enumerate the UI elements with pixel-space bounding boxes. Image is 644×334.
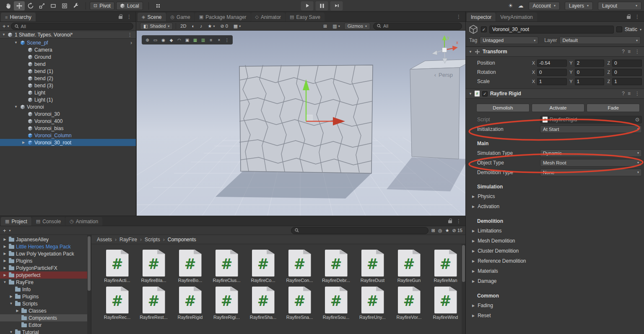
draw-mode-dropdown[interactable]: ◧ Shaded ▾	[140, 23, 173, 30]
breadcrumb-item-components[interactable]: Components	[168, 237, 196, 243]
breadcrumb-item-rayfire[interactable]: RayFire	[119, 237, 137, 243]
asset-script-rayfireman[interactable]: #RayfireMan	[427, 250, 464, 283]
dropdown-demolition-type[interactable]: None▾	[540, 169, 642, 176]
active-checkbox[interactable]: ✓	[481, 26, 487, 32]
rotation-y-field[interactable]: 0	[575, 69, 605, 76]
transform-tool-button[interactable]	[59, 1, 70, 10]
move-tool-button[interactable]	[14, 1, 25, 10]
grid-scrollbar[interactable]	[462, 244, 465, 334]
account-dropdown[interactable]: Account▾	[529, 2, 560, 10]
project-tab-animation[interactable]: ◷Animation	[65, 217, 102, 226]
foldout-open-icon[interactable]: ▼	[2, 33, 5, 37]
overlay-tool-icon[interactable]: ⋮	[223, 36, 231, 44]
project-folder-low-poly-vegetation-pack[interactable]: ▶Low Poly Vegetation Pack	[0, 250, 91, 257]
favorites-icon[interactable]: ★	[445, 228, 449, 233]
asset-script-rayfirewind[interactable]: #RayfireWind	[427, 287, 464, 320]
scale-x-field[interactable]: 1	[537, 78, 567, 85]
overlay-tool-icon[interactable]: ◉	[160, 36, 167, 44]
asset-script-rayfirerec[interactable]: #RayfireRec...	[99, 287, 135, 320]
kebab-icon[interactable]: ⋮	[634, 14, 641, 20]
tag-dropdown[interactable]: Untagged▾	[480, 37, 538, 44]
lock-icon[interactable]	[448, 220, 452, 223]
asset-script-rayfirevor[interactable]: #RayfireVor...	[391, 287, 427, 320]
position-x-field[interactable]: -0.54	[537, 60, 567, 67]
create-menu-button[interactable]: +	[3, 227, 6, 234]
pause-button[interactable]	[316, 1, 328, 10]
position-z-field[interactable]: 0	[612, 60, 642, 67]
foldout-mesh-demolition[interactable]: ▶Mesh Demolition	[466, 236, 644, 246]
asset-script-rayfireco[interactable]: #RayfireCo...	[245, 250, 281, 283]
asset-script-rayfirecon[interactable]: #RayfireCon...	[281, 250, 318, 283]
tree-scrollbar[interactable]	[87, 235, 91, 334]
project-search-input[interactable]	[291, 227, 428, 234]
rect-tool-button[interactable]	[48, 1, 59, 10]
foldout-open-icon[interactable]: ▼	[469, 50, 472, 54]
audio-toggle[interactable]: ♪	[199, 23, 204, 29]
presets-icon[interactable]: ≡	[628, 49, 631, 55]
static-checkbox[interactable]	[616, 26, 622, 32]
project-folder-info[interactable]: Info	[0, 286, 91, 293]
foldout-open-icon[interactable]: ▼	[9, 330, 13, 334]
lock-icon[interactable]	[627, 16, 631, 19]
search-by-label-icon[interactable]: ◎	[438, 228, 442, 233]
breadcrumb-item-scripts[interactable]: Scripts	[145, 237, 160, 243]
cloud-services-icon[interactable]: ☁	[518, 3, 524, 9]
project-folder-little-heroes-mega-pack[interactable]: ▶Little Heroes Mega Pack	[0, 243, 91, 250]
scene-tab-scene[interactable]: ◈Scene	[138, 13, 166, 21]
hierarchy-item-voronoi-bias[interactable]: Voronoi_bias	[0, 125, 136, 132]
project-folder-polygonparticlefx[interactable]: ▶PolygonParticleFX	[0, 264, 91, 271]
asset-script-rayfirebo[interactable]: #RayfireBo...	[172, 250, 208, 283]
scene-tab-easy-save[interactable]: ▤Easy Save	[286, 13, 325, 21]
overlay-tool-icon[interactable]: ▭	[152, 36, 159, 44]
foldout-closed-icon[interactable]: ▶	[3, 237, 7, 241]
project-folder-plugins[interactable]: ▶Plugins	[0, 257, 91, 264]
overlay-tool-icon[interactable]: ▣	[184, 36, 191, 44]
layer-dropdown[interactable]: Default▾	[559, 37, 641, 44]
project-folder-polyperfect[interactable]: ▶polyperfect	[0, 271, 91, 279]
grid-snap-button[interactable]	[153, 1, 164, 10]
camera-dropdown[interactable]: ▥▾	[331, 23, 341, 29]
chevron-right-icon[interactable]: ›	[130, 40, 136, 46]
create-menu-button[interactable]: +	[3, 23, 6, 29]
asset-script-rayfirerigid[interactable]: #RayfireRigid	[172, 287, 208, 320]
hierarchy-item-ground[interactable]: Ground	[0, 53, 136, 60]
fade-button[interactable]: Fade	[587, 104, 640, 112]
asset-script-rayfiredebr[interactable]: #RayfireDebr...	[318, 250, 354, 283]
search-by-type-icon[interactable]: ⊞	[431, 228, 435, 233]
overlay-tool-icon[interactable]: ≡	[208, 36, 215, 44]
object-picker-icon[interactable]: ⊙	[635, 117, 639, 123]
dropdown-object-type[interactable]: Mesh Root▾	[540, 159, 642, 167]
demolish-button[interactable]: Demolish	[476, 104, 530, 112]
scale-tool-button[interactable]	[36, 1, 47, 10]
foldout-open-icon[interactable]: ▼	[3, 280, 7, 284]
foldout-damage[interactable]: ▶Damage	[466, 276, 644, 286]
hierarchy-item-scene-pf[interactable]: ▼Scene_pf›	[0, 39, 136, 46]
kebab-icon[interactable]: ⋮	[455, 218, 462, 224]
project-tab-console[interactable]: ▤Console	[32, 217, 65, 226]
project-folder-editor[interactable]: Editor	[0, 321, 91, 329]
caret-down-icon[interactable]: ▾	[8, 24, 9, 28]
pivot-toggle[interactable]: ⊡ Pivot	[90, 2, 114, 10]
asset-script-rayfiresha[interactable]: #RayfireSha...	[245, 287, 281, 320]
breadcrumb-item-assets[interactable]: Assets	[97, 237, 112, 243]
foldout-open-icon[interactable]: ▼	[13, 105, 18, 109]
gizmos-dropdown[interactable]: Gizmos▾	[344, 23, 370, 30]
project-folder-classes[interactable]: ▶Classes	[0, 307, 91, 314]
project-folder-plugins[interactable]: ▶Plugins	[0, 293, 91, 300]
foldout-closed-icon[interactable]: ▶	[21, 141, 26, 144]
hierarchy-item-voronoi-30[interactable]: Voronoi_30	[0, 110, 136, 117]
hierarchy-item-voronoi[interactable]: ▼Voronoi	[0, 103, 136, 110]
dropdown-simulation-type[interactable]: Dynamic▾	[540, 149, 642, 157]
foldout-fading[interactable]: ▶Fading	[466, 300, 644, 311]
foldout-closed-icon[interactable]: ▶	[3, 266, 7, 270]
asset-script-rayfirebla[interactable]: #RayfireBla...	[135, 250, 172, 283]
overlay-tool-icon[interactable]: ×	[216, 36, 223, 44]
asset-script-rayfiresna[interactable]: #RayfireSna...	[281, 287, 318, 320]
presets-icon[interactable]: ≡	[628, 91, 631, 97]
overlay-tool-icon[interactable]: ▥	[200, 36, 207, 44]
transform-component-header[interactable]: ▼ Transform ? ≡ ⋮	[466, 47, 644, 57]
scale-y-field[interactable]: 1	[575, 78, 605, 85]
inspector-tab-veryanimation[interactable]: VeryAnimation	[496, 13, 537, 21]
dropdown-initialization[interactable]: At Start▾	[540, 125, 642, 133]
foldout-physics[interactable]: ▶Physics	[466, 191, 644, 201]
